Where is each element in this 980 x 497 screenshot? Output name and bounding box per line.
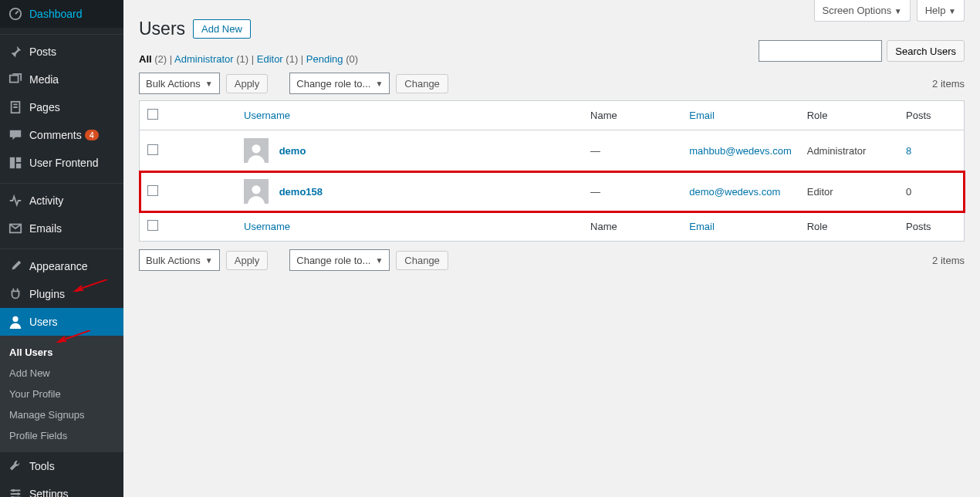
sidebar-item-appearance[interactable]: Appearance: [0, 252, 123, 280]
search-input[interactable]: [759, 40, 882, 62]
submenu-all-users[interactable]: All Users: [0, 342, 123, 363]
sidebar-label: Media: [29, 73, 59, 86]
page-title: Users: [139, 19, 185, 39]
svg-rect-5: [16, 164, 21, 168]
sidebar-separator: [0, 245, 123, 249]
col-posts: Posts: [898, 212, 965, 242]
sidebar-item-activity[interactable]: Activity: [0, 187, 123, 215]
filter-administrator[interactable]: Administrator: [174, 53, 234, 65]
users-submenu: All Users Add New Your Profile Manage Si…: [0, 336, 123, 452]
submenu-your-profile[interactable]: Your Profile: [0, 384, 123, 404]
email-link[interactable]: demo@wedevs.com: [689, 186, 780, 198]
sidebar-label: User Frontend: [29, 157, 98, 169]
envelope-icon: [8, 221, 23, 236]
change-button[interactable]: Change: [396, 74, 448, 93]
chevron-down-icon: ▼: [375, 79, 383, 88]
plug-icon: [8, 286, 23, 302]
page-header: Users Add New: [139, 19, 965, 39]
user-link[interactable]: demo158: [279, 186, 323, 198]
sidebar-item-settings[interactable]: Settings: [0, 480, 123, 497]
svg-point-8: [12, 489, 15, 492]
wrench-icon: [8, 458, 23, 474]
sidebar-label: Tools: [29, 460, 55, 472]
svg-point-12: [252, 185, 260, 194]
table-row: demo158 — demo@wedevs.com Editor 0: [140, 171, 965, 212]
sidebar-item-pages[interactable]: Pages: [0, 93, 123, 121]
tablenav-bottom: Bulk Actions ▼ Apply Change role to... ▼…: [139, 249, 965, 271]
change-button[interactable]: Change: [396, 251, 448, 270]
comment-icon: [8, 127, 23, 143]
chevron-down-icon: ▼: [375, 256, 383, 265]
row-checkbox[interactable]: [147, 185, 158, 196]
add-new-button[interactable]: Add New: [193, 19, 251, 39]
search-button[interactable]: Search Users: [887, 40, 965, 62]
dashboard-icon: [8, 6, 23, 22]
select-all-checkbox[interactable]: [147, 220, 158, 231]
col-username[interactable]: Username: [244, 110, 290, 121]
sliders-icon: [8, 486, 23, 497]
user-link[interactable]: demo: [279, 145, 306, 157]
sidebar-item-userfrontend[interactable]: User Frontend: [0, 149, 123, 177]
col-posts: Posts: [898, 101, 965, 130]
submenu-profile-fields[interactable]: Profile Fields: [0, 425, 123, 446]
table-row: demo — mahbub@wedevs.com Administrator 8: [140, 130, 965, 171]
svg-point-9: [17, 492, 20, 495]
change-role-select[interactable]: Change role to... ▼: [289, 249, 390, 271]
media-icon: [8, 72, 23, 87]
sidebar-item-comments[interactable]: Comments 4: [0, 121, 123, 149]
change-role-select[interactable]: Change role to... ▼: [289, 73, 390, 94]
filter-all[interactable]: All: [139, 53, 152, 65]
bulk-actions-select[interactable]: Bulk Actions ▼: [139, 73, 220, 94]
apply-button[interactable]: Apply: [226, 74, 269, 93]
cell-role: Administrator: [799, 130, 898, 171]
sidebar-item-dashboard[interactable]: Dashboard: [0, 0, 123, 28]
cell-name: —: [583, 130, 681, 171]
sidebar-item-tools[interactable]: Tools: [0, 452, 123, 480]
sidebar-item-posts[interactable]: Posts: [0, 38, 123, 66]
sidebar-item-plugins[interactable]: Plugins: [0, 280, 123, 308]
screen-options-button[interactable]: Screen Options ▼: [814, 0, 911, 22]
select-all-checkbox[interactable]: [147, 109, 158, 120]
sidebar-item-users[interactable]: Users: [0, 308, 123, 336]
col-role: Role: [799, 212, 898, 242]
sidebar-separator: [0, 31, 123, 35]
table-header-row: Username Name Email Role Posts: [140, 101, 965, 130]
activity-icon: [8, 193, 23, 208]
submenu-manage-signups[interactable]: Manage Signups: [0, 404, 123, 425]
frontend-icon: [8, 155, 23, 171]
col-email[interactable]: Email: [689, 221, 715, 232]
filter-editor[interactable]: Editor: [257, 53, 283, 65]
cell-posts: 0: [898, 171, 965, 212]
users-table: Username Name Email Role Posts demo — ma…: [139, 100, 965, 242]
sidebar-label: Appearance: [29, 260, 88, 272]
comments-badge: 4: [85, 130, 99, 140]
apply-button[interactable]: Apply: [226, 251, 269, 270]
sidebar-separator: [0, 180, 123, 184]
pin-icon: [8, 44, 23, 59]
help-button[interactable]: Help ▼: [917, 0, 965, 22]
table-footer-row: Username Name Email Role Posts: [140, 212, 965, 242]
admin-sidebar: Dashboard Posts Media Pages Comments 4 U…: [0, 0, 123, 497]
sidebar-item-emails[interactable]: Emails: [0, 215, 123, 242]
col-email[interactable]: Email: [689, 110, 715, 121]
chevron-down-icon: ▼: [948, 7, 956, 15]
filter-pending[interactable]: Pending: [306, 53, 343, 65]
sidebar-item-media[interactable]: Media: [0, 66, 123, 93]
content-area: Screen Options ▼ Help ▼ Users Add New Se…: [123, 0, 980, 497]
email-link[interactable]: mahbub@wedevs.com: [689, 145, 791, 157]
sidebar-label: Users: [29, 316, 58, 328]
row-checkbox[interactable]: [147, 144, 158, 155]
avatar: [244, 138, 269, 163]
submenu-add-new[interactable]: Add New: [0, 363, 123, 384]
svg-rect-1: [10, 76, 19, 83]
items-count: 2 items: [932, 78, 965, 90]
svg-point-11: [252, 144, 260, 153]
tablenav-top: Bulk Actions ▼ Apply Change role to... ▼…: [139, 73, 965, 94]
posts-link[interactable]: 8: [906, 145, 911, 157]
bulk-actions-select[interactable]: Bulk Actions ▼: [139, 249, 220, 271]
col-username[interactable]: Username: [244, 221, 290, 232]
avatar: [244, 179, 269, 204]
chevron-down-icon: ▼: [205, 79, 213, 88]
sidebar-label: Comments: [29, 129, 82, 141]
page-icon: [8, 100, 23, 115]
